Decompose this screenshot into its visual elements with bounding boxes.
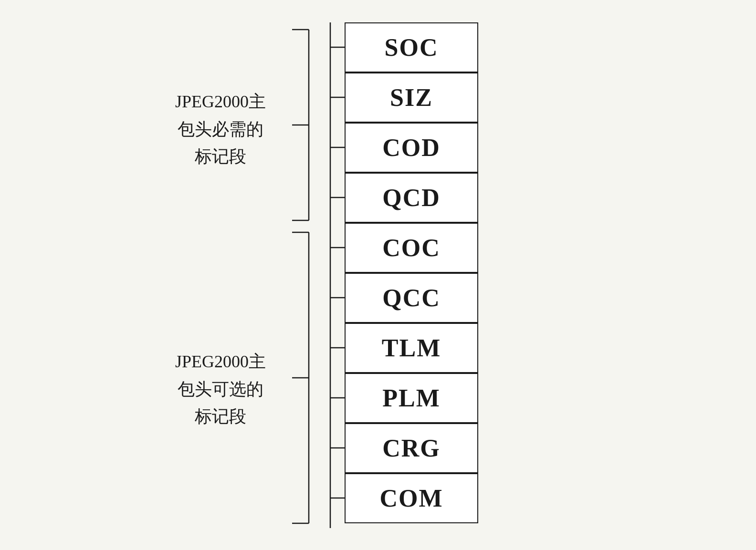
box-plm: PLM (345, 373, 478, 423)
right-section: SOC SIZ COD QCD COC QCC TLM PLM (316, 22, 478, 528)
label-crg: CRG (382, 434, 441, 462)
box-siz: SIZ (345, 73, 478, 123)
labels-section: JPEG2000主 包头必需的 标记段 JPEG2000主 包头可选的 标记段 (163, 22, 278, 528)
box-qcd: QCD (345, 173, 478, 223)
box-coc: COC (345, 223, 478, 273)
required-label: JPEG2000主 包头必需的 标记段 (175, 88, 266, 171)
connector-svg (316, 22, 345, 528)
label-siz: SIZ (390, 83, 433, 112)
label-tlm: TLM (382, 334, 441, 362)
box-qcc: QCC (345, 273, 478, 323)
label-coc: COC (382, 234, 441, 262)
box-com: COM (345, 473, 478, 523)
label-qcd: QCD (382, 184, 441, 212)
label-cod: COD (382, 134, 441, 162)
diagram-container: JPEG2000主 包头必需的 标记段 JPEG2000主 包头可选的 标记段 (163, 22, 593, 528)
box-soc: SOC (345, 22, 478, 73)
optional-label-group: JPEG2000主 包头可选的 标记段 (163, 256, 278, 523)
label-com: COM (379, 484, 443, 512)
label-plm: PLM (382, 384, 441, 412)
box-cod: COD (345, 123, 478, 173)
box-tlm: TLM (345, 323, 478, 373)
brackets-section (278, 22, 316, 528)
box-crg: CRG (345, 423, 478, 473)
label-soc: SOC (385, 33, 439, 62)
brackets-svg (278, 22, 316, 528)
required-label-group: JPEG2000主 包头必需的 标记段 (163, 27, 278, 232)
optional-label: JPEG2000主 包头可选的 标记段 (175, 348, 266, 431)
boxes-section: SOC SIZ COD QCD COC QCC TLM PLM (345, 22, 478, 523)
label-qcc: QCC (382, 284, 441, 312)
